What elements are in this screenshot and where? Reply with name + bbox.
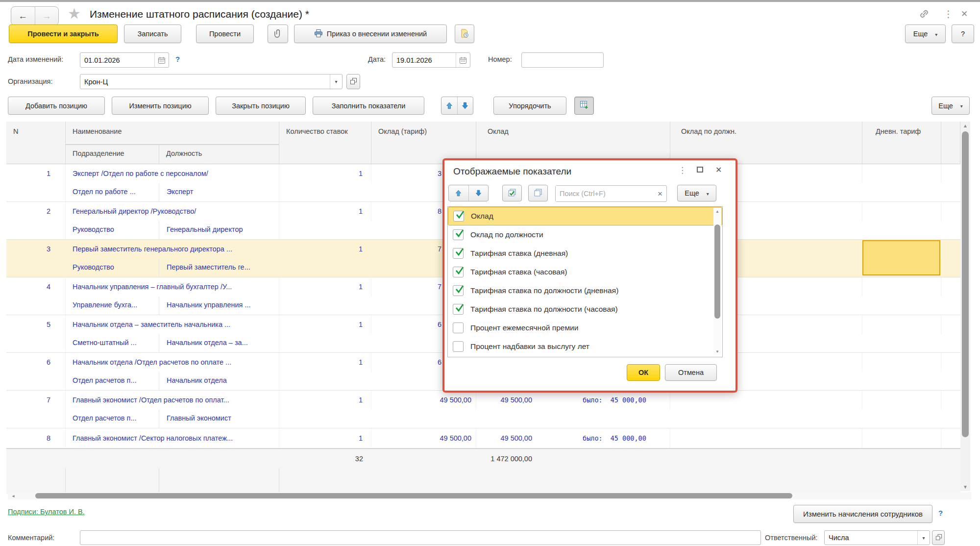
move-up-icon[interactable] <box>449 185 469 201</box>
dialog-close-icon[interactable]: ✕ <box>715 165 722 174</box>
date-input[interactable] <box>392 53 456 67</box>
clear-search-icon[interactable]: ✕ <box>654 186 666 201</box>
list-item[interactable]: Тарифная ставка по должности (дневная) <box>448 281 722 300</box>
scroll-left-icon[interactable]: ◂ <box>9 493 18 499</box>
post-button[interactable]: Провести <box>196 25 254 43</box>
position-cell[interactable]: Начальник отдела <box>159 372 279 390</box>
division-cell[interactable]: Руководство <box>66 221 159 239</box>
position-name-cell[interactable]: Эксперт /Отдел по работе с персоналом/ <box>66 164 279 183</box>
scroll-down-icon[interactable]: ▼ <box>713 349 722 355</box>
organization-open-button[interactable] <box>346 74 360 89</box>
daily-tariff-cell[interactable] <box>862 428 941 448</box>
position-cell[interactable]: Первый заместитель ге... <box>159 259 279 277</box>
calendar-icon[interactable] <box>456 53 470 67</box>
row-number[interactable]: 8 <box>6 428 66 448</box>
post-and-close-button[interactable]: Провести и закрыть <box>9 25 118 43</box>
division-cell[interactable]: Управление бухга... <box>66 297 159 315</box>
number-input[interactable] <box>522 53 603 67</box>
list-item[interactable]: Тарифная ставка (дневная) <box>448 244 722 263</box>
count-cell[interactable]: 1 <box>279 428 371 448</box>
daily-tariff-cell[interactable] <box>862 315 941 334</box>
division-cell[interactable]: Отдел расчетов п... <box>66 410 159 428</box>
salary-tariff-cell[interactable]: 49 500,00 <box>371 428 476 448</box>
checkbox-checked[interactable] <box>453 267 464 277</box>
check-all-button[interactable] <box>502 185 522 201</box>
signatures-link[interactable]: Подписи: Булатов И. В. <box>8 508 85 516</box>
table-vertical-scrollbar[interactable]: ▲ ▼ <box>960 122 970 491</box>
document-schedule-button[interactable] <box>455 25 474 43</box>
list-scrollbar[interactable]: ▲ ▼ <box>713 208 721 355</box>
organization-input[interactable] <box>80 74 330 89</box>
count-cell[interactable]: 1 <box>279 391 371 410</box>
row-number[interactable]: 7 <box>6 391 66 410</box>
change-accruals-button[interactable]: Изменить начисления сотрудников <box>793 505 932 523</box>
position-cell[interactable]: Начальник управления ... <box>159 297 279 315</box>
command-bar-help-button[interactable]: ? <box>952 25 974 43</box>
row-number[interactable]: 3 <box>6 240 66 259</box>
write-button[interactable]: Записать <box>124 25 181 43</box>
fill-indicators-button[interactable]: Заполнить показатели <box>313 97 424 115</box>
count-cell[interactable]: 1 <box>279 315 371 334</box>
division-cell[interactable]: Отдел расчетов п... <box>66 372 159 390</box>
count-cell[interactable]: 1 <box>279 202 371 221</box>
row-number[interactable]: 5 <box>6 315 66 334</box>
cancel-button[interactable]: Отмена <box>665 364 717 381</box>
search-input[interactable] <box>556 186 654 201</box>
checkbox-checked[interactable] <box>453 211 464 222</box>
move-up-icon[interactable] <box>441 97 458 114</box>
count-cell[interactable]: 1 <box>279 353 371 372</box>
attachments-button[interactable] <box>268 25 288 43</box>
position-cell[interactable]: Генеральный директор <box>159 221 279 239</box>
nav-history-group[interactable]: ← → <box>11 6 59 25</box>
row-number[interactable]: 4 <box>6 277 66 297</box>
back-icon[interactable]: ← <box>11 7 35 25</box>
favorite-star-icon[interactable]: ★ <box>68 5 81 22</box>
division-cell[interactable]: Отдел по работе ... <box>66 183 159 201</box>
position-cell[interactable]: Главный экономист <box>159 410 279 428</box>
count-cell[interactable]: 1 <box>279 240 371 259</box>
list-item[interactable]: Процент надбавки за выслугу лет <box>448 337 722 356</box>
table-horizontal-scrollbar[interactable]: ◂ <box>8 492 971 499</box>
dialog-more-button[interactable]: Еще <box>677 185 716 201</box>
comment-input[interactable] <box>80 531 760 545</box>
position-name-cell[interactable]: Главный экономист /Отдел расчетов по опл… <box>66 391 279 410</box>
checkbox-checked[interactable] <box>453 248 464 259</box>
checkbox-checked[interactable] <box>453 229 464 240</box>
salary-by-position-cell[interactable] <box>670 428 862 448</box>
daily-tariff-cell[interactable] <box>862 353 941 372</box>
division-cell[interactable]: Руководство <box>66 259 159 277</box>
order-rows-button[interactable]: Упорядочить <box>493 97 566 115</box>
change-date-help[interactable]: ? <box>175 55 180 63</box>
row-number[interactable]: 1 <box>6 164 66 183</box>
position-name-cell[interactable]: Начальник отдела – заместитель начальник… <box>66 315 279 334</box>
list-item[interactable]: Процент ежемесячной премии <box>448 319 722 337</box>
window-close-icon[interactable]: ✕ <box>961 9 968 19</box>
checkbox-checked[interactable] <box>453 304 464 315</box>
checkbox-unchecked[interactable] <box>453 323 464 333</box>
scroll-down-icon[interactable]: ▼ <box>961 484 970 490</box>
checkbox-checked[interactable] <box>453 285 464 296</box>
position-name-cell[interactable]: Генеральный директор /Руководство/ <box>66 202 279 221</box>
move-down-icon[interactable] <box>458 97 473 114</box>
change-date-input[interactable] <box>80 53 154 67</box>
chevron-down-icon[interactable]: ▾ <box>330 74 342 89</box>
change-accruals-help[interactable]: ? <box>938 509 943 517</box>
salary-tariff-cell[interactable]: 49 500,00 <box>371 391 476 410</box>
daily-tariff-cell[interactable] <box>862 164 941 183</box>
table-more-button[interactable]: Еще <box>931 97 970 115</box>
responsible-input[interactable] <box>825 531 917 545</box>
forward-icon[interactable]: → <box>35 7 59 25</box>
division-cell[interactable]: Сметно-штатный ... <box>66 334 159 352</box>
salary-cell[interactable]: 49 500,00 было:45 000,00 <box>476 391 670 410</box>
window-menu-icon[interactable]: ⋮ <box>944 8 953 20</box>
position-cell[interactable]: Начальник отдела – за... <box>159 334 279 352</box>
row-number[interactable]: 2 <box>6 202 66 221</box>
list-item[interactable]: Тарифная ставка (часовая) <box>448 263 722 281</box>
calendar-icon[interactable] <box>154 53 169 67</box>
table-row[interactable]: 8 Главный экономист /Сектор налоговых пл… <box>6 428 960 448</box>
responsible-open-button[interactable] <box>932 530 945 545</box>
daily-tariff-cell[interactable] <box>862 391 941 410</box>
daily-tariff-cell[interactable] <box>862 202 941 221</box>
position-name-cell[interactable]: Начальник отдела /Отдел расчетов по опла… <box>66 353 279 372</box>
position-name-cell[interactable]: Начальник управления – главный бухгалтер… <box>66 277 279 297</box>
